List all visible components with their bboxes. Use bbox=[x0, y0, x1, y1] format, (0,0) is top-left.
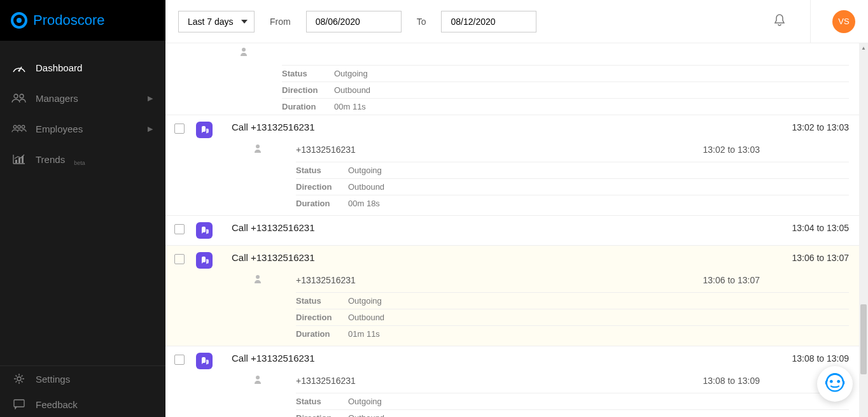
svg-point-5 bbox=[13, 125, 17, 129]
scrollbar-thumb[interactable] bbox=[860, 304, 867, 374]
date-range-select[interactable]: Last 7 days bbox=[178, 11, 255, 32]
svg-point-18 bbox=[830, 380, 833, 383]
person-icon bbox=[254, 274, 262, 286]
detail-phone: +13132516231 bbox=[296, 145, 703, 155]
chevron-right-icon: ▶ bbox=[148, 125, 153, 133]
call-type-icon bbox=[196, 353, 213, 369]
sidebar-item-feedback[interactable]: Feedback bbox=[0, 392, 165, 417]
topbar: Last 7 days From To VS bbox=[165, 0, 868, 43]
detail-val: Outgoing bbox=[348, 296, 382, 306]
call-checkbox[interactable] bbox=[174, 254, 185, 264]
call-time-range: 13:04 to 13:05 bbox=[792, 223, 849, 233]
detail-val: Outbound bbox=[348, 182, 384, 192]
svg-rect-12 bbox=[14, 400, 24, 407]
scrollbar[interactable]: ▲ bbox=[859, 43, 868, 417]
detail-key: Status bbox=[282, 69, 334, 78]
svg-point-1 bbox=[17, 18, 22, 23]
detail-key: Status bbox=[296, 397, 348, 406]
feedback-icon bbox=[11, 398, 27, 411]
call-entry[interactable]: Call +13132516231 13:08 to 13:09 +131325… bbox=[165, 346, 868, 417]
svg-rect-8 bbox=[15, 160, 17, 163]
sidebar-item-settings[interactable]: Settings bbox=[0, 366, 165, 392]
call-title: Call +13132516231 bbox=[232, 122, 792, 132]
sidebar-item-label: Employees bbox=[36, 124, 83, 134]
detail-val: Outbound bbox=[348, 413, 384, 417]
detail-time: 13:06 to 13:07 bbox=[703, 275, 849, 285]
call-checkbox[interactable] bbox=[174, 224, 185, 234]
call-entry[interactable]: Call +13132516231 13:02 to 13:03 +131325… bbox=[165, 115, 868, 215]
detail-val: Outgoing bbox=[348, 397, 382, 406]
chat-help-button[interactable] bbox=[817, 366, 853, 402]
scroll-up-icon[interactable]: ▲ bbox=[859, 43, 868, 52]
svg-point-4 bbox=[20, 94, 24, 98]
to-label: To bbox=[417, 17, 426, 27]
beta-badge: beta bbox=[74, 160, 85, 166]
scroll-area[interactable]: StatusOutgoing DirectionOutbound Duratio… bbox=[165, 43, 868, 417]
detail-key: Status bbox=[296, 296, 348, 306]
person-icon bbox=[254, 144, 262, 155]
detail-val: 00m 11s bbox=[334, 102, 366, 111]
detail-key: Duration bbox=[296, 199, 348, 208]
call-title: Call +13132516231 bbox=[232, 252, 792, 263]
detail-phone: +13132516231 bbox=[296, 376, 703, 386]
svg-point-3 bbox=[14, 94, 18, 98]
sidebar-item-label: Trends bbox=[36, 154, 65, 165]
svg-point-6 bbox=[18, 125, 21, 129]
call-time-range: 13:06 to 13:07 bbox=[792, 253, 849, 263]
from-label: From bbox=[270, 17, 291, 27]
logo[interactable]: Prodoscore bbox=[0, 0, 165, 41]
sidebar-item-label: Managers bbox=[36, 93, 78, 104]
call-entry[interactable]: Call +13132516231 13:06 to 13:07 +131325… bbox=[165, 245, 868, 346]
sidebar-item-trends[interactable]: Trends beta bbox=[0, 144, 165, 174]
sidebar-item-employees[interactable]: Employees ▶ bbox=[0, 113, 165, 144]
nav: Dashboard Managers ▶ Employees ▶ Trends … bbox=[0, 41, 165, 365]
call-title: Call +13132516231 bbox=[232, 353, 792, 364]
call-checkbox[interactable] bbox=[174, 355, 185, 365]
call-title: Call +13132516231 bbox=[232, 222, 792, 233]
chart-icon bbox=[11, 153, 27, 166]
detail-key: Direction bbox=[296, 313, 348, 322]
chevron-right-icon: ▶ bbox=[148, 94, 153, 102]
bell-icon[interactable] bbox=[771, 11, 788, 32]
svg-rect-9 bbox=[18, 158, 20, 163]
logo-icon bbox=[10, 11, 28, 29]
call-type-icon bbox=[196, 122, 213, 138]
detail-key: Direction bbox=[296, 413, 348, 417]
detail-val: Outbound bbox=[334, 85, 370, 95]
avatar[interactable]: VS bbox=[832, 10, 855, 33]
detail-val: Outbound bbox=[348, 313, 384, 322]
detail-key: Duration bbox=[282, 102, 334, 111]
call-list: StatusOutgoing DirectionOutbound Duratio… bbox=[165, 43, 868, 417]
call-detail: +13132516231 13:08 to 13:09 StatusOutgoi… bbox=[232, 371, 849, 417]
to-date-input[interactable] bbox=[441, 11, 536, 32]
call-checkbox[interactable] bbox=[174, 124, 185, 134]
detail-time: 13:02 to 13:03 bbox=[703, 145, 849, 155]
svg-point-2 bbox=[18, 70, 20, 72]
from-date-input[interactable] bbox=[306, 11, 402, 32]
gear-icon bbox=[11, 372, 27, 385]
detail-val: 00m 18s bbox=[348, 199, 380, 208]
content: StatusOutgoing DirectionOutbound Duratio… bbox=[165, 43, 868, 417]
call-type-icon bbox=[196, 252, 213, 269]
svg-point-11 bbox=[17, 377, 21, 381]
people-group-icon bbox=[11, 122, 27, 135]
person-icon bbox=[254, 375, 262, 386]
detail-key: Direction bbox=[296, 182, 348, 192]
call-entry[interactable]: Call +13132516231 13:04 to 13:05 bbox=[165, 215, 868, 245]
sidebar-item-managers[interactable]: Managers ▶ bbox=[0, 83, 165, 113]
detail-val: 01m 11s bbox=[348, 329, 380, 339]
detail-val: Outgoing bbox=[348, 166, 382, 175]
svg-point-19 bbox=[837, 380, 840, 383]
call-time-range: 13:02 to 13:03 bbox=[792, 122, 849, 132]
person-icon bbox=[240, 47, 248, 59]
sidebar-item-dashboard[interactable]: Dashboard bbox=[0, 52, 165, 83]
svg-point-14 bbox=[256, 145, 260, 148]
call-detail: +13132516231 13:06 to 13:07 StatusOutgoi… bbox=[232, 271, 849, 342]
detail-phone: +13132516231 bbox=[296, 275, 703, 285]
svg-point-13 bbox=[242, 48, 246, 52]
sidebar-item-label: Feedback bbox=[36, 399, 78, 410]
main: Last 7 days From To VS StatusOu bbox=[165, 0, 868, 417]
svg-point-7 bbox=[22, 125, 25, 129]
call-time-range: 13:08 to 13:09 bbox=[792, 353, 849, 364]
call-type-icon bbox=[196, 222, 213, 239]
